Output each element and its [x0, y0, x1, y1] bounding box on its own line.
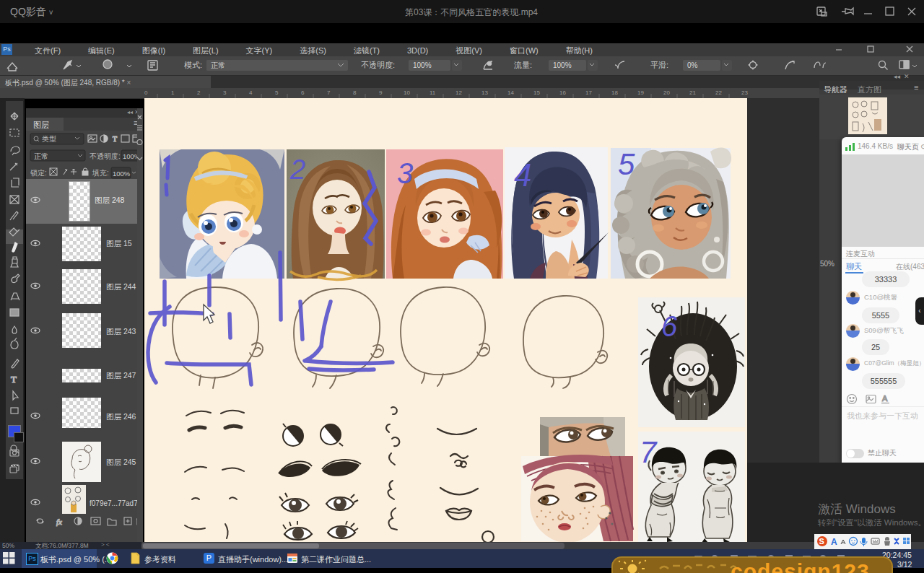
svg-text:不透明度:: 不透明度: [90, 152, 121, 160]
svg-text:23: 23 [741, 89, 748, 96]
svg-text:21: 21 [689, 89, 696, 96]
svg-text:不透明度:: 不透明度: [361, 61, 395, 69]
svg-text:2: 2 [289, 154, 305, 185]
svg-text:1: 1 [171, 89, 175, 96]
svg-text:16: 16 [559, 89, 566, 96]
svg-text:100%: 100% [553, 61, 572, 69]
svg-text:0: 0 [144, 89, 148, 96]
svg-text:T: T [113, 135, 117, 143]
svg-text:15: 15 [533, 89, 540, 96]
svg-text:4: 4 [249, 89, 253, 96]
svg-text:19: 19 [637, 89, 644, 96]
svg-text:20: 20 [663, 89, 670, 96]
svg-text:S: S [819, 537, 824, 546]
svg-text:22: 22 [715, 89, 722, 96]
svg-text:18: 18 [611, 89, 618, 96]
svg-text:5: 5 [275, 89, 279, 96]
svg-text:fx: fx [56, 517, 62, 526]
svg-text:8: 8 [353, 89, 357, 96]
svg-text:2: 2 [197, 89, 201, 96]
svg-text:100%: 100% [113, 170, 131, 178]
svg-text:模式:: 模式: [184, 61, 202, 69]
svg-text:12: 12 [456, 89, 462, 96]
svg-text:9: 9 [379, 89, 383, 96]
svg-text:7: 7 [640, 435, 658, 469]
svg-text:6: 6 [301, 89, 305, 96]
svg-text:5: 5 [618, 147, 635, 181]
svg-text:4: 4 [514, 157, 531, 193]
svg-text:类型: 类型 [42, 135, 56, 143]
svg-text:填充:: 填充: [92, 169, 109, 177]
svg-text:3: 3 [397, 157, 413, 189]
svg-text:17: 17 [585, 89, 592, 96]
svg-text:11: 11 [430, 89, 436, 96]
svg-text:正常: 正常 [34, 152, 48, 160]
svg-text:流量:: 流量: [513, 61, 532, 69]
svg-text:10: 10 [404, 89, 410, 96]
svg-text:14: 14 [507, 89, 514, 96]
svg-text:A: A [882, 394, 888, 403]
svg-text:7: 7 [327, 89, 331, 96]
svg-text:100%: 100% [413, 61, 432, 69]
svg-text:锁定:: 锁定: [30, 169, 47, 177]
svg-text:平滑:: 平滑: [650, 61, 668, 69]
svg-text:13: 13 [481, 89, 488, 96]
svg-text:3: 3 [223, 89, 227, 96]
svg-text:T: T [11, 374, 17, 385]
svg-text:0%: 0% [687, 61, 698, 69]
svg-text:6: 6 [661, 310, 678, 342]
svg-text:A: A [831, 537, 837, 547]
svg-text:正常: 正常 [211, 61, 225, 69]
